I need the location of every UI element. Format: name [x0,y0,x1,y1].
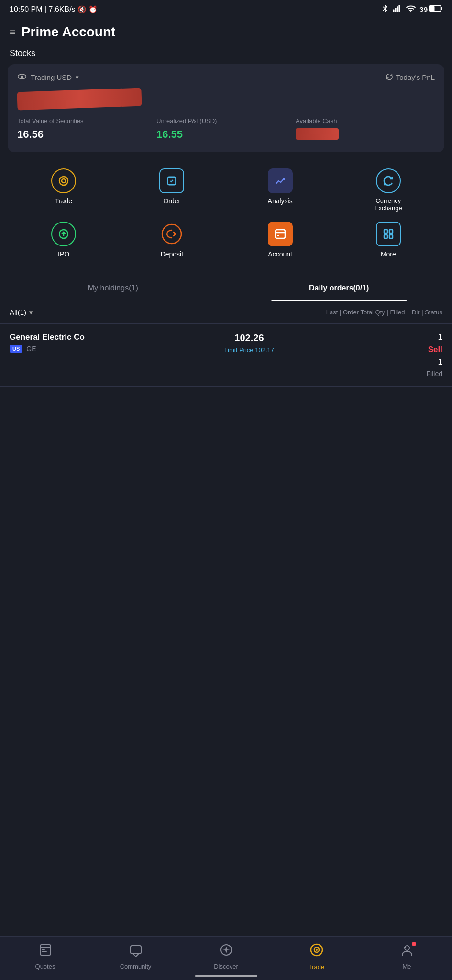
svg-point-11 [62,179,66,183]
me-label: Me [402,963,411,970]
svg-rect-2 [397,6,398,12]
menu-icon[interactable]: ≡ [10,26,16,38]
stock-status: Filled [427,370,442,378]
account-icon [268,222,293,246]
nav-community[interactable]: Community [114,943,157,970]
nav-trade[interactable]: Trade [295,943,338,970]
stock-qty: 1 [438,333,442,342]
action-currency[interactable]: CurrencyExchange [334,164,442,217]
quotes-icon [39,943,52,960]
tab-my-holdings[interactable]: My holdings(1) [0,275,226,301]
nav-discover[interactable]: Discover [205,943,248,970]
action-account[interactable]: Account [226,217,334,263]
stock-name: General Electric Co [10,333,85,342]
stat-total-label: Total Value of Securities [17,117,156,125]
svg-rect-18 [384,230,387,233]
filter-dropdown[interactable]: All(1) ▾ [10,308,33,317]
stock-filled-qty: 1 [438,357,442,367]
header: ≡ Prime Account [0,18,452,45]
more-icon [376,222,401,246]
stat-unrealized-label: Unrealized P&L(USD) [156,117,296,125]
action-ipo[interactable]: IPO [10,217,118,263]
pnl-label-text: Today's PnL [396,73,435,81]
main-balance-redacted [17,88,142,110]
nav-quotes[interactable]: Quotes [24,943,67,970]
ipo-label: IPO [58,250,69,258]
portfolio-card-header: Trading USD ▾ Today's PnL [17,73,435,82]
svg-point-29 [316,949,318,951]
svg-rect-6 [430,6,435,11]
wifi-icon [406,5,416,14]
stock-price-info: 102.26 Limit Price 102.17 [85,333,404,354]
stat-total-number: 16.56 [17,128,156,141]
refresh-icon[interactable] [386,73,393,82]
battery-status: 39 [419,5,442,13]
portfolio-card: Trading USD ▾ Today's PnL Total Value of… [8,64,444,152]
filter-label: All(1) [10,308,26,316]
stat-unrealized-value: 16.55 [156,128,296,141]
deposit-label: Deposit [161,250,183,258]
stat-available-cash: Available Cash [296,117,435,143]
battery-icon [429,5,442,13]
main-balance-row [17,89,435,110]
status-time-network: 10:50 PM | 7.6KB/s 🔇 ⏰ [10,5,98,14]
svg-rect-24 [131,946,141,954]
eye-icon[interactable] [17,73,27,81]
action-more[interactable]: More [334,217,442,263]
action-trade[interactable]: Trade [10,164,118,217]
more-label: More [381,250,396,258]
stock-market-badge: US [10,345,22,353]
action-grid: Trade Order Analysis CurrencyExchange [0,152,452,271]
action-analysis[interactable]: Analysis [226,164,334,217]
svg-point-14 [162,224,181,244]
status-network: 7.6KB/s [49,5,76,13]
order-label: Order [163,197,180,205]
action-deposit[interactable]: Deposit [118,217,226,263]
svg-rect-21 [389,235,393,238]
currency-icon [376,168,401,193]
svg-rect-1 [395,8,397,12]
holdings-tabs: My holdings(1) Daily orders(0/1) [0,275,452,301]
svg-rect-19 [389,230,393,233]
trade-icon [51,168,76,193]
status-mute-icon: 🔇 ⏰ [77,5,98,13]
stat-cash-value [296,128,435,143]
stock-order-info: 1 Sell 1 Filled [404,333,442,378]
pnl-row: Today's PnL [386,73,435,82]
community-label: Community [120,963,152,970]
status-separator: | [44,5,49,13]
stock-ticker: GE [26,345,36,353]
bottom-nav: Quotes Community Discover [0,936,452,980]
stat-total-value: Total Value of Securities 16.56 [17,117,156,143]
filter-dropdown-arrow[interactable]: ▾ [29,308,33,317]
action-order[interactable]: Order [118,164,226,217]
home-indicator [195,975,257,977]
svg-rect-15 [276,230,285,238]
status-right-icons: 39 [381,5,442,14]
filter-columns: Last | Order Total Qty | Filled Dir | St… [326,309,442,316]
account-label-text: Account [268,250,292,258]
me-notification-dot [412,942,416,946]
portfolio-stats: Total Value of Securities 16.56 Unrealiz… [17,117,435,143]
svg-point-4 [410,11,411,12]
svg-point-10 [59,177,68,185]
account-row[interactable]: Trading USD ▾ [17,73,79,81]
trade-nav-icon [309,943,324,960]
trade-nav-label: Trade [309,963,324,970]
stock-info: General Electric Co US GE [10,333,85,353]
svg-rect-3 [399,5,400,12]
account-label: Trading USD [31,73,72,81]
svg-point-9 [21,76,23,78]
svg-rect-20 [384,235,387,238]
nav-me[interactable]: Me [386,943,429,970]
stock-row-ge[interactable]: General Electric Co US GE 102.26 Limit P… [0,324,452,387]
quotes-label: Quotes [35,963,55,970]
filter-row: All(1) ▾ Last | Order Total Qty | Filled… [0,301,452,324]
tab-daily-orders[interactable]: Daily orders(0/1) [226,275,452,301]
account-dropdown-arrow[interactable]: ▾ [76,74,79,81]
svg-rect-0 [393,10,395,12]
ipo-icon [51,222,76,246]
analysis-label: Analysis [268,197,293,205]
stat-cash-label: Available Cash [296,117,435,125]
stock-direction: Sell [428,345,442,355]
